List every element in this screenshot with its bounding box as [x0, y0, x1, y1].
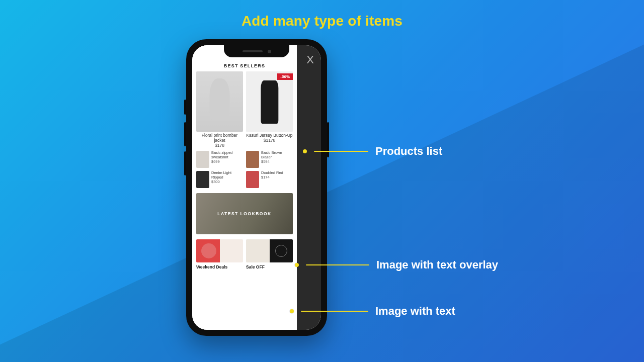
product-card[interactable]: -50% Kasuri Jersey Button-Up $1178	[246, 71, 293, 148]
drawer-backdrop	[297, 45, 321, 330]
callout-image-text: Image with text	[292, 305, 455, 318]
section-title-best-sellers: BEST SELLERS	[196, 63, 293, 68]
product-mini[interactable]: Basic Brown Blazer$594	[246, 151, 293, 168]
product-name: Basic zipped sweatshirt	[211, 150, 233, 159]
product-mini[interactable]: Basic zipped sweatshirt$699	[196, 151, 243, 168]
product-name: Basic Brown Blazer	[261, 150, 282, 159]
product-price: $178	[196, 143, 243, 148]
side-panel: BEST SELLERS Floral print bomber jacket …	[192, 45, 297, 330]
product-name: Floral print bomber jacket	[202, 133, 237, 143]
slide-title: Add many type of items	[0, 13, 644, 29]
phone-mockup: X BEST SELLERS Floral print bomber jacke…	[186, 39, 327, 336]
close-icon[interactable]: X	[306, 53, 314, 66]
product-name: Denim Light Ripped	[211, 170, 231, 179]
phone-notch	[224, 45, 289, 57]
product-price: $594	[261, 159, 270, 164]
callout-label: Image with text	[375, 305, 455, 318]
product-card[interactable]: Floral print bomber jacket $178	[196, 71, 243, 148]
callout-label: Products list	[375, 145, 442, 158]
featured-row: Floral print bomber jacket $178 -50% Kas…	[196, 71, 293, 148]
product-price: $699	[211, 159, 220, 164]
product-name: Kasuri Jersey Button-Up	[246, 133, 292, 138]
product-price: $1178	[246, 138, 293, 143]
promo-label: Sale OFF	[246, 264, 293, 269]
product-mini[interactable]: Denim Light Ripped$300	[196, 171, 243, 188]
promo-label: Weekend Deals	[196, 264, 243, 269]
callout-label: Image with text overlay	[376, 258, 498, 272]
product-mini[interactable]: Doubled Red$174	[246, 171, 293, 188]
promo-slide: Add many type of items X BEST SELLERS Fl…	[0, 0, 644, 362]
promo-card[interactable]: Weekend Deals	[196, 239, 243, 269]
product-price: $174	[261, 175, 270, 179]
callout-products-list: Products list	[305, 145, 442, 158]
callout-image-overlay: Image with text overlay	[297, 258, 498, 272]
lookbook-banner[interactable]: LATEST LOOKBOOK	[196, 193, 293, 234]
lookbook-label: LATEST LOOKBOOK	[217, 211, 271, 216]
phone-screen: X BEST SELLERS Floral print bomber jacke…	[192, 45, 321, 330]
discount-badge: -50%	[277, 73, 293, 80]
promo-card[interactable]: Sale OFF	[246, 239, 293, 269]
product-price: $300	[211, 179, 220, 184]
